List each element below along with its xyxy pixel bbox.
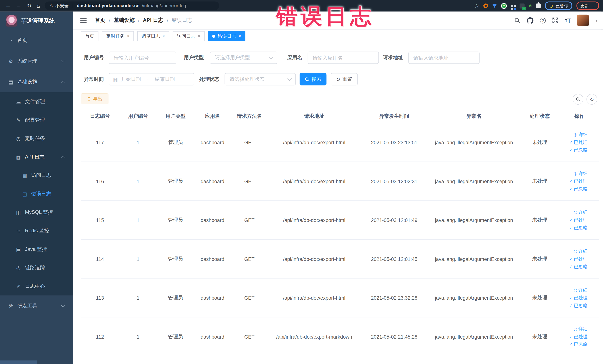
sidebar-item-error-log[interactable]: ▧错误日志 [0, 185, 73, 203]
app-logo-row[interactable]: 芋道管理系统 [0, 12, 73, 30]
breadcrumb-item[interactable]: 基础设施 [114, 17, 135, 24]
cell-id: 113 [81, 279, 119, 317]
action-link[interactable]: ◎详细 [574, 288, 588, 293]
browser-forward-icon[interactable]: → [16, 0, 22, 12]
extension-plant-icon[interactable]: ♣ [529, 3, 532, 9]
action-link[interactable]: ✓已处理 [569, 334, 588, 339]
check-icon: ✓ [569, 295, 573, 300]
action-link[interactable]: ✓已处理 [569, 218, 588, 223]
collapse-sidebar-icon[interactable] [79, 15, 88, 25]
breadcrumb-item[interactable]: API 日志 [143, 17, 163, 24]
user-avatar[interactable] [577, 15, 589, 26]
sidebar-item-redis-monitor[interactable]: ≋Redis 监控 [0, 222, 73, 240]
header-actions: ? TT ▾ [514, 15, 598, 26]
tab-schedule-log[interactable]: 调度日志× [137, 31, 169, 41]
sidebar-item-log-center[interactable]: ✐日志中心 [0, 277, 73, 295]
action-link[interactable]: ✓已处理 [569, 295, 588, 300]
sidebar-item-trace[interactable]: ◎链路追踪 [0, 258, 73, 277]
app-name-input[interactable] [308, 52, 379, 64]
browser-back-icon[interactable]: ← [5, 0, 11, 12]
search-icon[interactable] [514, 17, 520, 23]
close-icon[interactable]: × [197, 34, 200, 39]
action-link[interactable]: ✓已忽略 [569, 342, 588, 347]
exception-time-range-picker[interactable]: ▦ 开始日期 - 结束日期 [109, 73, 194, 85]
extension-on-switch-icon[interactable] [519, 3, 524, 8]
cell-url: /api/infra/db-doc/export-markdown [268, 317, 360, 356]
action-link[interactable]: ◎详细 [574, 326, 588, 331]
sidebar-item-api-log[interactable]: ▦API 日志 [0, 148, 73, 166]
user-type-select[interactable]: 请选择用户类型 [210, 52, 277, 64]
action-label: 详细 [578, 249, 588, 254]
extension-donut-icon[interactable] [483, 3, 488, 8]
mysql-icon: ◫ [15, 210, 22, 215]
request-url-input[interactable] [408, 52, 480, 64]
action-link[interactable]: ◎详细 [574, 249, 588, 254]
sidebar-item-system-management[interactable]: ⚙系统管理 [0, 51, 73, 71]
action-link[interactable]: ✓已忽略 [569, 303, 588, 308]
sidebar-item-mysql-monitor[interactable]: ◫MySQL 监控 [0, 203, 73, 222]
action-link[interactable]: ◎详细 [574, 210, 588, 215]
browser-home-icon[interactable]: ⌂ [37, 0, 40, 12]
sidebar-scrollbar[interactable] [0, 361, 37, 364]
address-bar[interactable]: ⚠ 不安全 dashboard.yudao.iocoder.cn/infra/l… [45, 1, 219, 10]
action-link[interactable]: ✓已处理 [569, 257, 588, 261]
fullscreen-icon[interactable] [552, 17, 558, 23]
tab-scheduled-jobs[interactable]: 定时任务× [102, 31, 134, 41]
gear-icon: ⚙ [8, 58, 14, 64]
export-button[interactable]: ↧ 导出 [81, 94, 108, 104]
extension-y-icon[interactable]: y [501, 3, 507, 9]
extension-grid-icon[interactable] [511, 5, 515, 7]
java-icon: ▣ [15, 247, 22, 252]
sidebar-item-infrastructure[interactable]: ▤基础设施 [0, 71, 73, 92]
sidebar-item-dev-tools[interactable]: ⚒研发工具 [0, 295, 73, 316]
tab-access-log[interactable]: 访问日志× [173, 31, 205, 41]
search-button[interactable]: 搜索 [300, 73, 326, 85]
action-link[interactable]: ✓已忽略 [569, 264, 588, 269]
font-size-icon[interactable]: TT [565, 17, 571, 23]
browser-extensions-area: ☆ y ♣ ☺ 已暂停 更新 ⋮ [474, 1, 599, 10]
bookmark-star-icon[interactable]: ☆ [474, 3, 479, 9]
cell-app: dashboard [194, 279, 231, 317]
sidebar-item-config-management[interactable]: ✎配置管理 [0, 111, 73, 129]
action-link[interactable]: ✓已处理 [569, 140, 588, 145]
close-icon[interactable]: × [127, 34, 130, 39]
github-icon[interactable] [527, 17, 533, 23]
sidebar-item-scheduled-jobs[interactable]: ◷定时任务 [0, 129, 73, 148]
action-link[interactable]: ✓已处理 [569, 179, 588, 184]
browser-menu-kebab-icon[interactable]: ⋮ [591, 3, 595, 9]
tab-error-log[interactable]: 错误日志× [208, 31, 245, 41]
sidebar-item-home[interactable]: ◔首页 [0, 30, 73, 51]
tab-home[interactable]: 首页 [81, 31, 98, 41]
toggle-search-button[interactable] [573, 94, 583, 105]
cell-actions: ◎详细✓已处理✓已忽略 [560, 162, 599, 200]
update-badge[interactable]: 更新 ⋮ [577, 1, 599, 10]
help-icon[interactable]: ? [540, 17, 546, 23]
sidebar-item-access-log[interactable]: ▧访问日志 [0, 166, 73, 185]
action-link[interactable]: ✓已忽略 [569, 186, 588, 191]
user-id-input[interactable] [109, 52, 176, 64]
action-link[interactable]: ✓已忽略 [569, 148, 588, 153]
view-icon: ◎ [574, 288, 577, 293]
action-link[interactable]: ◎详细 [574, 171, 588, 176]
sidebar-item-java-monitor[interactable]: ▣Java 监控 [0, 240, 73, 259]
process-status-select[interactable]: 请选择处理状态 [225, 73, 296, 85]
browser-reload-icon[interactable]: ↻ [27, 0, 31, 12]
extensions-puzzle-icon[interactable] [536, 3, 541, 8]
refresh-table-button[interactable]: ↻ [587, 94, 597, 105]
action-label: 已忽略 [574, 303, 588, 308]
sidebar-item-file-management[interactable]: ☁文件管理 [0, 92, 73, 111]
user-type-label: 用户类型 [177, 52, 204, 64]
paused-badge[interactable]: ☺ 已暂停 [545, 1, 572, 10]
action-link[interactable]: ✓已忽略 [569, 225, 588, 230]
close-icon[interactable]: × [162, 34, 165, 39]
action-link[interactable]: ◎详细 [574, 132, 588, 137]
reset-button[interactable]: ↻ 重置 [331, 73, 358, 85]
user-menu-caret-icon[interactable]: ▾ [595, 18, 597, 23]
sidebar-item-label: 错误日志 [31, 190, 51, 197]
extension-shield-icon[interactable] [492, 4, 497, 8]
cell-url: /api/infra/db-doc/export-html [268, 123, 360, 162]
process-status-placeholder: 请选择处理状态 [230, 76, 265, 83]
cell-time: 2021-05-02 21:45:28 [360, 317, 428, 356]
breadcrumb-item[interactable]: 首页 [95, 17, 105, 24]
close-icon[interactable]: × [238, 34, 241, 39]
